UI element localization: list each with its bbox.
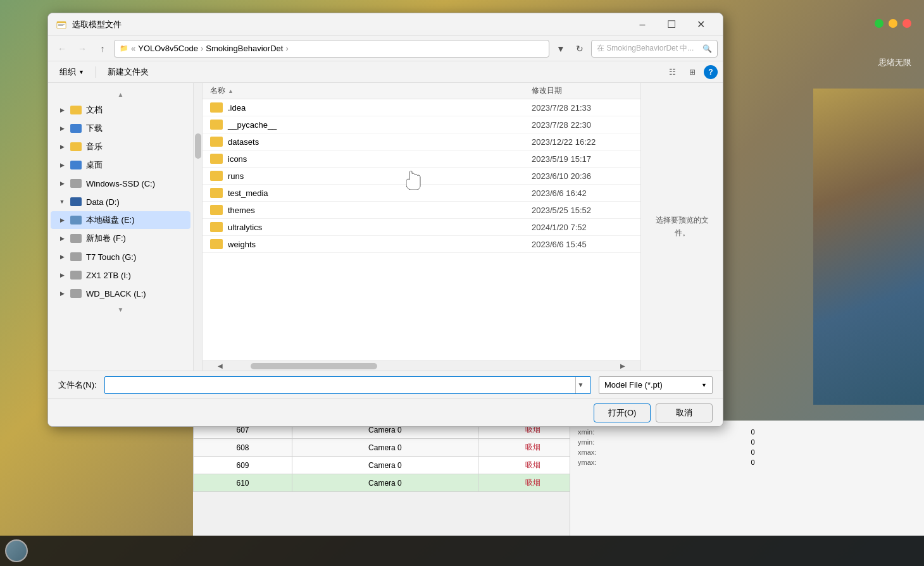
sidebar-item-new-f[interactable]: ▶新加卷 (F:): [51, 230, 190, 247]
sidebar-label-new-f: 新加卷 (F:): [86, 233, 126, 244]
view-list-button[interactable]: ☷: [663, 63, 681, 81]
refresh-button[interactable]: ↻: [571, 40, 589, 58]
traffic-light-yellow: [889, 19, 897, 28]
address-path[interactable]: 📁 « YOLOv8v5Code › SmokingBehaviorDet ›: [114, 40, 549, 58]
forward-button[interactable]: →: [73, 40, 91, 58]
column-date[interactable]: 修改日期: [532, 85, 633, 96]
sidebar-chevron-t7-g: ▶: [58, 253, 66, 261]
sidebar-scroll-up[interactable]: ▲: [48, 88, 193, 101]
sidebar-icon-local-e: [70, 214, 82, 226]
file-row-8[interactable]: weights2023/6/6 15:45: [203, 236, 640, 253]
sidebar-item-data-d[interactable]: ▼Data (D:): [51, 193, 190, 211]
path-arrow: ›: [201, 44, 203, 53]
sidebar-scrollbar[interactable]: [194, 83, 203, 371]
sidebar-chevron-local-e: ▶: [58, 216, 66, 224]
filetype-label: Model File (*.pt): [604, 380, 663, 390]
organize-button[interactable]: 组织 ▼: [53, 64, 91, 80]
sidebar-chevron-windows-ssd: ▶: [58, 180, 66, 187]
sidebar-item-zx1-i[interactable]: ▶ZX1 2TB (I:): [51, 266, 190, 284]
file-row-1[interactable]: __pycache__2023/7/28 22:30: [203, 116, 640, 133]
open-label: 打开(O): [608, 407, 637, 419]
view-toggle-button[interactable]: ⊞: [684, 63, 701, 81]
organize-chevron-icon: ▼: [78, 69, 84, 75]
file-date-5: 2023/6/6 16:42: [532, 188, 633, 198]
scroll-right-btn[interactable]: ▶: [618, 361, 628, 371]
column-name[interactable]: 名称 ▲: [210, 85, 532, 96]
path-part-1: YOLOv8v5Code: [138, 44, 198, 53]
open-button[interactable]: 打开(O): [594, 403, 651, 422]
sidebar-item-music[interactable]: ▶音乐: [51, 138, 190, 156]
address-actions: ▼ ↻: [552, 40, 589, 58]
sidebar-item-t7-g[interactable]: ▶T7 Touch (G:): [51, 248, 190, 266]
file-row-4[interactable]: runs2023/6/10 20:36: [203, 168, 640, 185]
file-date-0: 2023/7/28 21:33: [532, 103, 633, 113]
sidebar: ▲▶文档▶下载▶音乐▶桌面▶Windows-SSD (C:)▼Data (D:)…: [48, 83, 194, 371]
file-list: .idea2023/7/28 21:33__pycache__2023/7/28…: [203, 99, 640, 360]
sidebar-label-data-d: Data (D:): [86, 197, 120, 207]
title-bar-controls: – ☐ ✕: [628, 13, 715, 36]
file-list-container: 名称 ▲ 修改日期 .idea2023/7/28 21:33__pycache_…: [203, 83, 640, 371]
svg-rect-3: [58, 25, 63, 26]
action-bar: 打开(O) 取消: [48, 398, 723, 426]
help-button[interactable]: ?: [704, 65, 718, 79]
sidebar-item-documents[interactable]: ▶文档: [51, 101, 190, 119]
sidebar-item-wd-black-l[interactable]: ▶WD_BLACK (L:): [51, 285, 190, 302]
cancel-label: 取消: [676, 407, 692, 419]
sidebar-item-windows-ssd[interactable]: ▶Windows-SSD (C:): [51, 175, 190, 192]
horizontal-scrollbar[interactable]: ◀ ▶: [203, 360, 640, 371]
toolbar-right: ☷ ⊞ ?: [663, 63, 718, 81]
sidebar-item-downloads[interactable]: ▶下载: [51, 120, 190, 137]
filename-input[interactable]: ▼: [104, 376, 591, 394]
dropdown-button[interactable]: ▼: [552, 40, 570, 58]
sidebar-chevron-zx1-i: ▶: [58, 271, 66, 279]
file-date-6: 2023/5/25 15:52: [532, 206, 633, 215]
cancel-button[interactable]: 取消: [656, 403, 713, 422]
file-row-5[interactable]: test_media2023/6/6 16:42: [203, 185, 640, 202]
file-date-1: 2023/7/28 22:30: [532, 120, 633, 130]
file-icon-0: [210, 102, 223, 113]
up-button[interactable]: ↑: [94, 40, 111, 58]
file-icon-8: [210, 239, 223, 249]
sidebar-icon-music: [70, 140, 82, 153]
search-placeholder: 在 SmokingBehaviorDet 中...: [597, 43, 694, 54]
decorative-image: [813, 89, 924, 405]
filetype-select[interactable]: Model File (*.pt) ▼: [599, 376, 713, 394]
sidebar-chevron-downloads: ▶: [58, 125, 66, 132]
taskbar-avatar[interactable]: [5, 539, 28, 562]
back-button[interactable]: ←: [53, 40, 71, 58]
column-name-label: 名称: [210, 85, 225, 96]
close-button[interactable]: ✕: [686, 13, 715, 36]
sidebar-item-desktop[interactable]: ▶桌面: [51, 156, 190, 174]
sidebar-label-t7-g: T7 Touch (G:): [86, 252, 136, 262]
title-bar: 选取模型文件 – ☐ ✕: [48, 13, 723, 36]
filename-label: 文件名(N):: [58, 379, 97, 391]
path-separator-1: «: [131, 44, 135, 53]
sidebar-icon-documents: [70, 104, 82, 116]
filename-dropdown-btn[interactable]: ▼: [575, 377, 585, 393]
search-box[interactable]: 在 SmokingBehaviorDet 中... 🔍: [591, 40, 718, 58]
file-name-0: .idea: [228, 103, 532, 113]
file-row-3[interactable]: icons2023/5/19 15:17: [203, 151, 640, 168]
file-icon-4: [210, 171, 223, 181]
sidebar-scroll-down[interactable]: ▼: [48, 303, 193, 316]
minimize-button[interactable]: –: [628, 13, 657, 36]
file-row-0[interactable]: .idea2023/7/28 21:33: [203, 99, 640, 116]
file-icon-5: [210, 188, 223, 198]
sidebar-icon-windows-ssd: [70, 177, 82, 190]
file-name-1: __pycache__: [228, 120, 532, 130]
scrollbar-track[interactable]: [225, 363, 618, 369]
scroll-left-btn[interactable]: ◀: [215, 361, 225, 371]
file-row-6[interactable]: themes2023/5/25 15:52: [203, 202, 640, 219]
file-row-2[interactable]: datasets2023/12/22 16:22: [203, 133, 640, 151]
path-end-arrow: ›: [285, 44, 288, 53]
search-icon: 🔍: [702, 44, 712, 53]
sidebar-item-local-e[interactable]: ▶本地磁盘 (E:): [51, 211, 190, 229]
taskbar: [0, 536, 924, 566]
file-date-8: 2023/6/6 15:45: [532, 240, 633, 249]
maximize-button[interactable]: ☐: [657, 13, 686, 36]
sidebar-icon-new-f: [70, 232, 82, 245]
file-icon-6: [210, 205, 223, 215]
file-row-7[interactable]: ultralytics2024/1/20 7:52: [203, 219, 640, 236]
sidebar-icon-wd-black-l: [70, 287, 82, 300]
new-folder-button[interactable]: 新建文件夹: [101, 64, 155, 80]
